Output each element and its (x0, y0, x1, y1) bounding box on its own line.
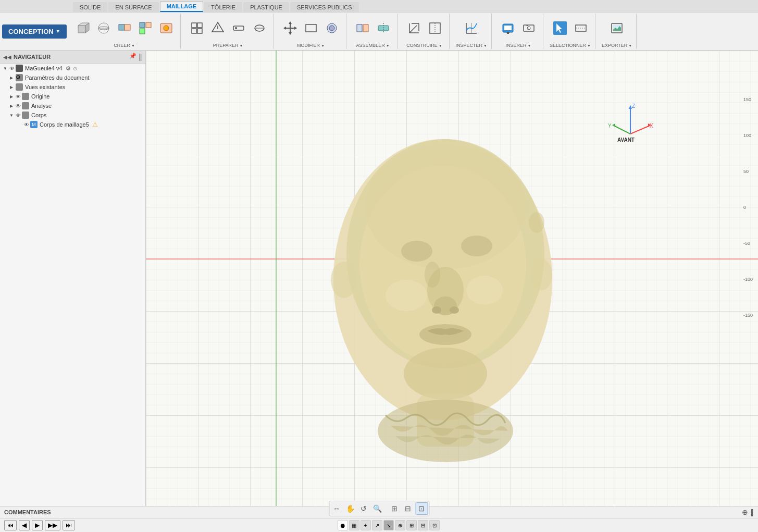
preparer-btn4[interactable] (250, 19, 269, 38)
tree-item-origine[interactable]: ▶ 👁 Origine (0, 92, 145, 101)
inserer-btn1[interactable] (498, 19, 518, 38)
assembler-btn2[interactable] (374, 19, 393, 38)
expand-root[interactable]: ▼ (2, 65, 8, 71)
selectionner-btn1[interactable] (550, 19, 570, 38)
toolbar-icon-7[interactable]: ⊟ (418, 520, 428, 530)
svg-rect-33 (363, 24, 368, 32)
playback-next-btn[interactable]: ▶▶ (45, 520, 60, 530)
tab-maillage[interactable]: MAILLAGE (160, 1, 203, 12)
inspecter-label[interactable]: INSPECTER (456, 43, 487, 48)
playback-prev-btn[interactable]: ◀ (19, 520, 30, 530)
comments-right: ⊕ ‖ (742, 508, 754, 516)
eye-corps[interactable]: 👁 (16, 113, 21, 118)
preparer-btn3[interactable] (229, 19, 248, 38)
creer-label[interactable]: CRÉER (114, 43, 134, 48)
svg-rect-48 (504, 26, 512, 30)
toolbar-icon-8[interactable]: ⊡ (429, 520, 440, 530)
expand-params[interactable]: ▶ (8, 75, 15, 81)
exporter-label[interactable]: EXPORTER (602, 43, 632, 48)
creer-mesh-btn[interactable] (115, 19, 134, 38)
folder-icon-origine (22, 93, 29, 100)
creer-box-btn[interactable] (73, 19, 93, 38)
ruler-50: 50 (743, 169, 753, 174)
settings-icon-root[interactable]: ⚙ (66, 65, 71, 72)
top-bar: SOLIDE EN SURFACE MAILLAGE TÔLERIE PLAST… (0, 0, 758, 51)
expand-origine[interactable]: ▶ (8, 93, 15, 100)
tree-label-params: Paramètres du document (25, 75, 90, 81)
playback-play-btn[interactable]: ▶ (32, 520, 43, 530)
nav-icon-zoom[interactable]: 🔍 (371, 502, 383, 515)
svg-rect-32 (357, 24, 362, 32)
assembler-label[interactable]: ASSEMBLER (356, 43, 390, 48)
tree-item-root[interactable]: ▼ 👁 MaGueule4 v4 ⚙ ⊙ (0, 64, 145, 73)
creer-shape-btn[interactable] (135, 19, 155, 38)
preparer-label[interactable]: PRÉPARER (213, 43, 243, 48)
construire-label[interactable]: CONSTRUIRE (406, 43, 442, 48)
comments-collapse-btn[interactable]: ‖ (750, 508, 754, 516)
nav-icon-rotate[interactable]: ↺ (357, 502, 370, 515)
construire-icon2 (428, 21, 442, 35)
playback-last-btn[interactable]: ⏭ (63, 520, 75, 530)
tree-item-params[interactable]: ▶ ⚙ Paramètres du document (0, 73, 145, 82)
expand-vues[interactable]: ▶ (8, 84, 15, 90)
tree-item-corps-maillage[interactable]: 👁 M Corps de maillage5 ⚠ (0, 120, 145, 129)
nav-icon-grid2[interactable]: ⊟ (402, 502, 414, 515)
navigator-pin-btn[interactable]: 📌 (129, 53, 136, 61)
inserer-label[interactable]: INSÉRER (506, 43, 531, 48)
eye-analyse[interactable]: 👁 (16, 103, 21, 109)
tab-plastique[interactable]: PLASTIQUE (243, 2, 289, 12)
toolbar-icon-2[interactable]: + (361, 520, 371, 530)
nav-icon-orbit[interactable]: ↔ (330, 502, 343, 515)
exporter-btn1[interactable] (607, 19, 627, 38)
conception-button[interactable]: CONCEPTION (2, 24, 67, 39)
tree-item-corps[interactable]: ▼ 👁 Corps (0, 110, 145, 120)
target-icon-root[interactable]: ⊙ (73, 66, 77, 71)
modifier-rect-btn[interactable] (301, 19, 321, 38)
preparer-btn1[interactable] (187, 19, 207, 38)
playback-first-btn[interactable]: ⏮ (4, 520, 17, 530)
preparer-btn2[interactable] (208, 19, 228, 38)
toolbar-icon-1[interactable]: ▦ (349, 520, 359, 530)
selectionner-btn2[interactable] (571, 19, 591, 38)
toolbar-icon-record[interactable]: ⏺ (338, 520, 348, 530)
tab-solide[interactable]: SOLIDE (73, 2, 107, 12)
modifier-move-btn[interactable] (280, 19, 300, 38)
expand-corps[interactable]: ▼ (8, 112, 15, 118)
inspecter-btn1[interactable] (462, 19, 481, 38)
eye-root[interactable]: 👁 (9, 66, 15, 71)
navigator-close-btn[interactable]: ‖ (139, 53, 142, 61)
modifier-extra-btn[interactable] (322, 19, 342, 38)
toolbar-icon-5[interactable]: ⊕ (395, 520, 405, 530)
tree-item-analyse[interactable]: ▶ 👁 Analyse (0, 101, 145, 110)
assembler-btn1[interactable] (353, 19, 372, 38)
expand-analyse[interactable]: ▶ (8, 103, 15, 109)
playback-icons-row: ⏺ ▦ + ↗ ↘ ⊕ ⊞ ⊟ ⊡ (338, 520, 440, 530)
nav-icon-pan[interactable]: ✋ (344, 502, 356, 515)
tree-item-vues[interactable]: ▶ Vues existantes (0, 82, 145, 92)
viewport[interactable]: 150 100 50 0 -50 -100 -150 (146, 51, 758, 506)
modifier-label[interactable]: MODIFIER (297, 43, 325, 48)
tab-tolerie[interactable]: TÔLERIE (204, 2, 242, 12)
nav-icon-grid1[interactable]: ⊞ (388, 502, 401, 515)
creer-primitive-btn[interactable] (94, 19, 114, 38)
construire-btn2[interactable] (425, 19, 445, 38)
folder-icon-root (16, 65, 23, 72)
selectionner-label[interactable]: SÉLECTIONNER (550, 43, 591, 48)
nav-icon-grid3[interactable]: ⊡ (415, 502, 428, 515)
navigator-collapse-btn[interactable]: ◀◀ (3, 54, 11, 60)
construire-btn1[interactable] (404, 19, 424, 38)
creer-extra-btn[interactable] (156, 19, 176, 38)
eye-corps-maillage[interactable]: 👁 (24, 122, 29, 128)
toolbar-icon-4[interactable]: ↘ (383, 520, 394, 530)
inserer-btn2[interactable] (519, 19, 539, 38)
toolbar-icon-3[interactable]: ↗ (372, 520, 382, 530)
svg-line-89 (630, 126, 649, 134)
inspecter-items (462, 15, 481, 42)
comments-add-btn[interactable]: ⊕ (742, 508, 748, 516)
tab-services-publics[interactable]: SERVICES PUBLICS (290, 2, 359, 12)
toolbar-icon-6[interactable]: ⊞ (406, 520, 417, 530)
eye-origine[interactable]: 👁 (16, 94, 21, 100)
svg-marker-25 (289, 21, 292, 24)
expand-corps-maillage[interactable] (17, 121, 23, 128)
tab-en-surface[interactable]: EN SURFACE (108, 2, 158, 12)
